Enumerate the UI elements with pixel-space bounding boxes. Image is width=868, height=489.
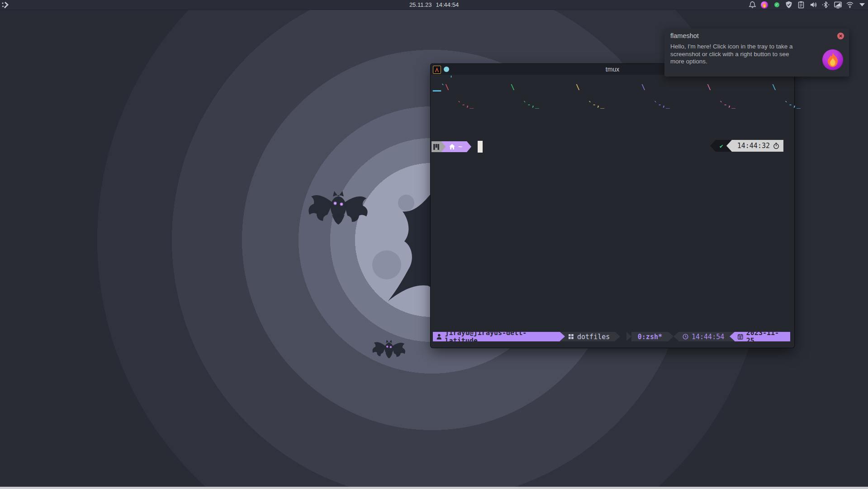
bluetooth-icon[interactable] bbox=[821, 1, 830, 9]
powerline-separator bbox=[710, 140, 716, 152]
powerline-separator bbox=[626, 332, 631, 341]
powerline-separator bbox=[730, 332, 735, 341]
user-icon bbox=[436, 334, 442, 340]
right-prompt-time: 14:44:32 bbox=[732, 140, 783, 152]
powerline-separator bbox=[441, 141, 446, 152]
art-run: \ bbox=[445, 83, 449, 92]
panel-time: 14:44:54 bbox=[436, 1, 459, 8]
flameshot-notification: flameshot ✕ Hello, I'm here! Click icon … bbox=[664, 29, 849, 77]
terminal-content: ' ▁▁` \ \ \ \ \ \ `-,_ `-,_ `-,_ `-,_ `-… bbox=[431, 75, 794, 348]
notification-body: Hello, I'm here! Click icon in the tray … bbox=[670, 43, 801, 66]
display-icon[interactable] bbox=[834, 1, 842, 9]
status-date-segment: 2023-11-25 bbox=[735, 332, 790, 341]
status-session: dotfiles bbox=[577, 333, 610, 341]
powerline-separator bbox=[674, 332, 678, 341]
powerline-separator bbox=[615, 332, 620, 341]
tmux-status-bar: jirayu@jirayus-dell-latitude dotfiles 0: bbox=[433, 332, 790, 341]
large-bat-silhouette bbox=[375, 188, 433, 306]
manjaro-logo-icon bbox=[433, 144, 439, 150]
status-ok-icon[interactable]: ✓ bbox=[773, 1, 781, 9]
right-prompt: ✔ 14:44:32 bbox=[710, 140, 783, 152]
clipboard-icon[interactable] bbox=[797, 1, 805, 9]
clock-time: 14:44:32 bbox=[737, 142, 770, 150]
powerline-separator bbox=[726, 140, 732, 152]
powerline-separator bbox=[467, 141, 471, 152]
art-run: \ bbox=[576, 83, 580, 92]
panel-date: 25.11.23 bbox=[409, 1, 432, 8]
bat-icon bbox=[306, 189, 371, 235]
home-icon bbox=[449, 144, 455, 149]
exit-status-check: ✔ bbox=[716, 140, 727, 152]
desktop: 25.11.23 14:44:54 ✓ bbox=[0, 0, 868, 489]
shell-prompt: ~ bbox=[432, 141, 476, 152]
notification-title: flameshot bbox=[670, 32, 699, 39]
panel-clock[interactable]: 25.11.23 14:44:54 bbox=[0, 0, 868, 10]
art-run: `-,_ bbox=[457, 101, 474, 109]
top-panel: 25.11.23 14:44:54 ✓ bbox=[0, 0, 868, 10]
status-date: 2023-11-25 bbox=[746, 329, 786, 345]
art-run: `-,_ bbox=[523, 101, 539, 109]
calendar-icon bbox=[738, 334, 743, 340]
art-run: \ bbox=[707, 83, 711, 92]
status-time: 14:44:54 bbox=[692, 333, 724, 341]
terminal-window: tmux ' ▁▁` \ \ \ \ \ \ `-,_ `-,_ `-,_ `-… bbox=[431, 64, 794, 348]
stopwatch-icon bbox=[773, 143, 779, 149]
art-run: `-,_ bbox=[588, 101, 604, 109]
bottom-panel-edge[interactable] bbox=[0, 487, 868, 489]
flameshot-tray-icon[interactable] bbox=[760, 1, 768, 9]
status-user-segment: jirayu@jirayus-dell-latitude bbox=[433, 332, 560, 341]
art-run: \ bbox=[641, 83, 645, 92]
status-window-segment: 0:zsh* bbox=[631, 332, 669, 341]
status-user: jirayu@jirayus-dell-latitude bbox=[445, 329, 555, 345]
network-wifi-icon[interactable] bbox=[846, 1, 854, 9]
notification-close-icon[interactable]: ✕ bbox=[837, 33, 844, 39]
bat-icon bbox=[371, 339, 407, 364]
security-shield-icon[interactable] bbox=[785, 1, 793, 9]
status-time-segment: 14:44:54 bbox=[678, 332, 730, 341]
terminal-cursor bbox=[478, 141, 483, 153]
art-run: \ bbox=[511, 83, 515, 92]
art-run: ▁▁` bbox=[433, 83, 445, 92]
art-run: `-,_ bbox=[784, 101, 801, 109]
powerline-separator bbox=[560, 332, 565, 341]
system-tray: ✓ bbox=[748, 0, 866, 10]
art-run: ' bbox=[449, 75, 453, 83]
status-session-segment: dotfiles bbox=[565, 332, 615, 341]
art-run: `-,_ bbox=[654, 101, 670, 109]
volume-icon[interactable] bbox=[809, 1, 817, 9]
status-window: 0:zsh* bbox=[638, 333, 662, 341]
art-run: `-,_ bbox=[719, 101, 735, 109]
expand-tray-chevron-icon[interactable] bbox=[858, 1, 866, 9]
prompt-distro-segment bbox=[432, 141, 441, 152]
prompt-path: ~ bbox=[458, 143, 462, 151]
art-run: \ bbox=[772, 83, 776, 92]
notifications-icon[interactable] bbox=[748, 1, 756, 9]
flameshot-app-icon bbox=[822, 49, 843, 70]
clock-icon bbox=[683, 334, 688, 340]
powerline-separator bbox=[669, 332, 674, 341]
session-grid-icon bbox=[569, 334, 574, 339]
